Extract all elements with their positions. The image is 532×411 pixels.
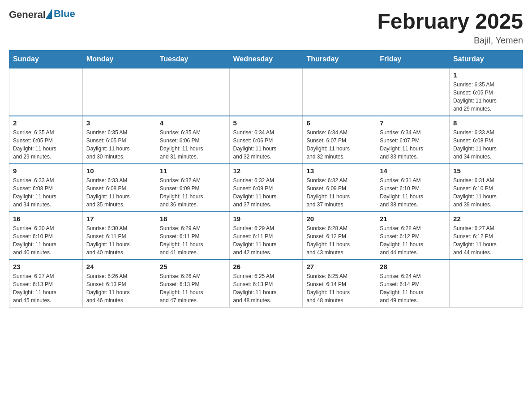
day-info: Sunrise: 6:33 AM Sunset: 6:08 PM Dayligh… — [453, 128, 519, 161]
header-day-thursday: Thursday — [303, 51, 376, 68]
day-number: 8 — [453, 119, 519, 127]
day-number: 9 — [13, 167, 79, 175]
day-info: Sunrise: 6:33 AM Sunset: 6:08 PM Dayligh… — [86, 176, 152, 209]
calendar-cell: 21Sunrise: 6:28 AM Sunset: 6:12 PM Dayli… — [376, 212, 450, 260]
calendar-cell: 15Sunrise: 6:31 AM Sunset: 6:10 PM Dayli… — [450, 164, 523, 212]
calendar-cell — [229, 68, 303, 116]
day-info: Sunrise: 6:35 AM Sunset: 6:05 PM Dayligh… — [86, 128, 152, 161]
day-info: Sunrise: 6:32 AM Sunset: 6:09 PM Dayligh… — [233, 176, 299, 209]
calendar-cell: 8Sunrise: 6:33 AM Sunset: 6:08 PM Daylig… — [450, 116, 523, 164]
day-info: Sunrise: 6:34 AM Sunset: 6:07 PM Dayligh… — [380, 128, 446, 161]
calendar-cell: 24Sunrise: 6:26 AM Sunset: 6:13 PM Dayli… — [82, 260, 156, 308]
calendar-table: SundayMondayTuesdayWednesdayThursdayFrid… — [9, 50, 523, 308]
logo-triangle-icon — [46, 9, 52, 19]
day-number: 21 — [380, 215, 446, 223]
day-number: 22 — [453, 215, 519, 223]
day-info: Sunrise: 6:24 AM Sunset: 6:14 PM Dayligh… — [380, 272, 446, 304]
calendar-cell: 18Sunrise: 6:29 AM Sunset: 6:11 PM Dayli… — [156, 212, 229, 260]
calendar-cell — [303, 68, 376, 116]
header-day-friday: Friday — [376, 51, 450, 68]
calendar-cell: 11Sunrise: 6:32 AM Sunset: 6:09 PM Dayli… — [156, 164, 229, 212]
calendar-body: 1Sunrise: 6:35 AM Sunset: 6:05 PM Daylig… — [9, 68, 523, 308]
calendar-cell: 4Sunrise: 6:35 AM Sunset: 6:06 PM Daylig… — [156, 116, 229, 164]
calendar-cell: 22Sunrise: 6:27 AM Sunset: 6:12 PM Dayli… — [450, 212, 523, 260]
day-number: 19 — [233, 215, 299, 223]
day-number: 16 — [13, 215, 79, 223]
calendar-cell: 27Sunrise: 6:25 AM Sunset: 6:14 PM Dayli… — [303, 260, 376, 308]
calendar-cell: 25Sunrise: 6:26 AM Sunset: 6:13 PM Dayli… — [156, 260, 229, 308]
day-info: Sunrise: 6:27 AM Sunset: 6:13 PM Dayligh… — [13, 272, 79, 304]
day-info: Sunrise: 6:32 AM Sunset: 6:09 PM Dayligh… — [160, 176, 226, 209]
calendar-cell: 17Sunrise: 6:30 AM Sunset: 6:11 PM Dayli… — [82, 212, 156, 260]
calendar-cell — [9, 68, 83, 116]
day-info: Sunrise: 6:35 AM Sunset: 6:05 PM Dayligh… — [453, 81, 519, 113]
day-number: 3 — [86, 119, 152, 127]
logo-general-text: General — [9, 9, 46, 21]
day-info: Sunrise: 6:27 AM Sunset: 6:12 PM Dayligh… — [453, 224, 519, 257]
day-number: 12 — [233, 167, 299, 175]
day-info: Sunrise: 6:26 AM Sunset: 6:13 PM Dayligh… — [160, 272, 226, 304]
day-number: 14 — [380, 167, 446, 175]
day-info: Sunrise: 6:28 AM Sunset: 6:12 PM Dayligh… — [380, 224, 446, 257]
day-number: 27 — [306, 263, 372, 270]
calendar-cell: 13Sunrise: 6:32 AM Sunset: 6:09 PM Dayli… — [303, 164, 376, 212]
day-number: 4 — [160, 119, 226, 127]
title-area: February 2025 Bajil, Yemen — [377, 9, 523, 46]
day-info: Sunrise: 6:30 AM Sunset: 6:11 PM Dayligh… — [86, 224, 152, 257]
day-number: 25 — [160, 263, 226, 270]
calendar-cell: 16Sunrise: 6:30 AM Sunset: 6:10 PM Dayli… — [9, 212, 83, 260]
day-number: 7 — [380, 119, 446, 127]
calendar-cell: 28Sunrise: 6:24 AM Sunset: 6:14 PM Dayli… — [376, 260, 450, 308]
day-info: Sunrise: 6:26 AM Sunset: 6:13 PM Dayligh… — [86, 272, 152, 304]
day-info: Sunrise: 6:31 AM Sunset: 6:10 PM Dayligh… — [380, 176, 446, 209]
day-number: 18 — [160, 215, 226, 223]
calendar-header: SundayMondayTuesdayWednesdayThursdayFrid… — [9, 51, 523, 68]
calendar-cell: 9Sunrise: 6:33 AM Sunset: 6:08 PM Daylig… — [9, 164, 83, 212]
logo: General Blue — [9, 9, 75, 21]
calendar-cell: 2Sunrise: 6:35 AM Sunset: 6:05 PM Daylig… — [9, 116, 83, 164]
week-row-4: 16Sunrise: 6:30 AM Sunset: 6:10 PM Dayli… — [9, 212, 523, 260]
calendar-cell — [82, 68, 156, 116]
calendar-cell — [156, 68, 229, 116]
day-info: Sunrise: 6:25 AM Sunset: 6:14 PM Dayligh… — [306, 272, 372, 304]
day-info: Sunrise: 6:35 AM Sunset: 6:06 PM Dayligh… — [160, 128, 226, 161]
calendar-cell: 20Sunrise: 6:28 AM Sunset: 6:12 PM Dayli… — [303, 212, 376, 260]
page-header: General Blue February 2025 Bajil, Yemen — [9, 9, 523, 46]
day-info: Sunrise: 6:29 AM Sunset: 6:11 PM Dayligh… — [233, 224, 299, 257]
week-row-2: 2Sunrise: 6:35 AM Sunset: 6:05 PM Daylig… — [9, 116, 523, 164]
day-info: Sunrise: 6:34 AM Sunset: 6:07 PM Dayligh… — [306, 128, 372, 161]
week-row-5: 23Sunrise: 6:27 AM Sunset: 6:13 PM Dayli… — [9, 260, 523, 308]
day-info: Sunrise: 6:28 AM Sunset: 6:12 PM Dayligh… — [306, 224, 372, 257]
calendar-cell: 1Sunrise: 6:35 AM Sunset: 6:05 PM Daylig… — [450, 68, 523, 116]
header-day-saturday: Saturday — [450, 51, 523, 68]
calendar-cell: 19Sunrise: 6:29 AM Sunset: 6:11 PM Dayli… — [229, 212, 303, 260]
week-row-1: 1Sunrise: 6:35 AM Sunset: 6:05 PM Daylig… — [9, 68, 523, 116]
calendar-cell: 23Sunrise: 6:27 AM Sunset: 6:13 PM Dayli… — [9, 260, 83, 308]
calendar-cell: 14Sunrise: 6:31 AM Sunset: 6:10 PM Dayli… — [376, 164, 450, 212]
day-number: 5 — [233, 119, 299, 127]
day-info: Sunrise: 6:29 AM Sunset: 6:11 PM Dayligh… — [160, 224, 226, 257]
calendar-cell: 10Sunrise: 6:33 AM Sunset: 6:08 PM Dayli… — [82, 164, 156, 212]
header-day-monday: Monday — [82, 51, 156, 68]
day-info: Sunrise: 6:30 AM Sunset: 6:10 PM Dayligh… — [13, 224, 79, 257]
calendar-title: February 2025 — [377, 9, 523, 34]
day-number: 20 — [306, 215, 372, 223]
day-number: 10 — [86, 167, 152, 175]
day-number: 1 — [453, 71, 519, 79]
day-number: 17 — [86, 215, 152, 223]
day-info: Sunrise: 6:31 AM Sunset: 6:10 PM Dayligh… — [453, 176, 519, 209]
day-number: 28 — [380, 263, 446, 270]
day-number: 2 — [13, 119, 79, 127]
calendar-cell: 6Sunrise: 6:34 AM Sunset: 6:07 PM Daylig… — [303, 116, 376, 164]
day-number: 15 — [453, 167, 519, 175]
day-number: 6 — [306, 119, 372, 127]
calendar-cell — [376, 68, 450, 116]
day-info: Sunrise: 6:33 AM Sunset: 6:08 PM Dayligh… — [13, 176, 79, 209]
calendar-cell: 3Sunrise: 6:35 AM Sunset: 6:05 PM Daylig… — [82, 116, 156, 164]
calendar-cell — [450, 260, 523, 308]
day-info: Sunrise: 6:32 AM Sunset: 6:09 PM Dayligh… — [306, 176, 372, 209]
header-row: SundayMondayTuesdayWednesdayThursdayFrid… — [9, 51, 523, 68]
day-info: Sunrise: 6:34 AM Sunset: 6:06 PM Dayligh… — [233, 128, 299, 161]
week-row-3: 9Sunrise: 6:33 AM Sunset: 6:08 PM Daylig… — [9, 164, 523, 212]
day-info: Sunrise: 6:35 AM Sunset: 6:05 PM Dayligh… — [13, 128, 79, 161]
